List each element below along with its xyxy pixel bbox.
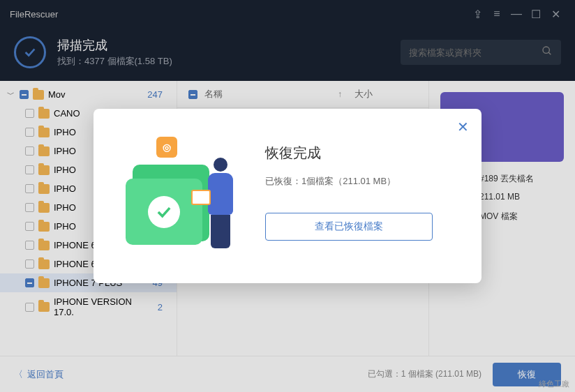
watermark: 綠色工廠 xyxy=(539,379,569,389)
modal-title: 恢復完成 xyxy=(265,144,456,163)
success-illustration: ◎ xyxy=(119,130,244,255)
modal-close-icon[interactable]: ✕ xyxy=(457,119,469,135)
recovery-complete-modal: ✕ ◎ 恢復完成 已恢復：1個檔案（211.01 MB） 查看已恢復檔案 xyxy=(94,109,481,283)
modal-overlay: ✕ ◎ 恢復完成 已恢復：1個檔案（211.01 MB） 查看已恢復檔案 xyxy=(0,0,575,392)
modal-desc: 已恢復：1個檔案（211.01 MB） xyxy=(265,175,456,188)
view-recovered-button[interactable]: 查看已恢復檔案 xyxy=(265,213,433,241)
